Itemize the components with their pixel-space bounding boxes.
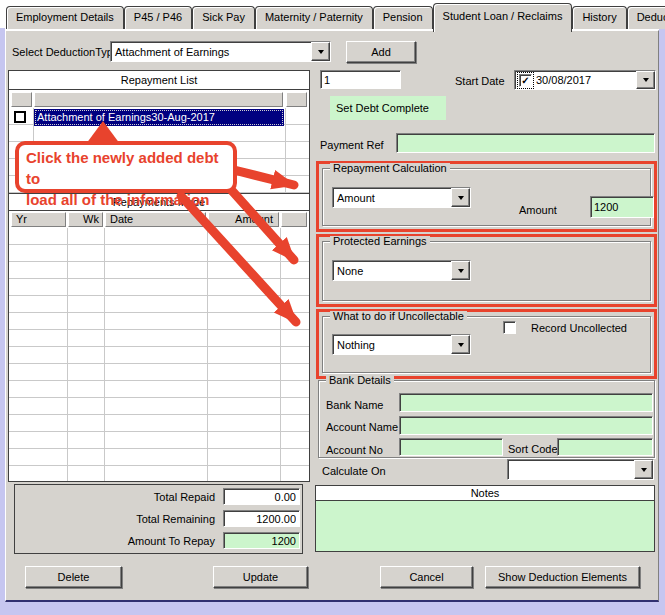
repayment-row-checkbox[interactable]: [14, 111, 26, 123]
tab-history[interactable]: History: [572, 6, 626, 29]
add-button[interactable]: Add: [346, 41, 416, 63]
select-deduction-type-label: Select DeductionType: [12, 46, 119, 58]
sort-code-field[interactable]: [557, 438, 653, 456]
start-date-value: 30/08/2017: [532, 74, 636, 86]
chevron-down-icon[interactable]: [451, 188, 470, 207]
repayment-list-panel: Repayment List Attachment of Earnings30-…: [8, 70, 310, 482]
list-header-extra-col: [286, 92, 307, 107]
tab-employment-details[interactable]: Employment Details: [6, 6, 124, 29]
account-name-label: Account Name: [326, 421, 398, 433]
grid-divider: [104, 228, 105, 481]
deduction-type-select[interactable]: Attachment of Earnings: [110, 41, 331, 62]
list-header-checkbox-col: [11, 92, 32, 107]
update-button[interactable]: Update: [213, 566, 308, 588]
repayment-method-select[interactable]: Amount: [332, 187, 471, 208]
deductions-window: Employment Details P45 / P46 Sick Pay Ma…: [0, 0, 665, 615]
bank-details-title: Bank Details: [326, 375, 394, 386]
debt-index-field[interactable]: [320, 70, 401, 89]
protected-earnings-value: None: [333, 265, 451, 277]
amount-label: Amount: [519, 204, 557, 216]
grid-divider: [285, 108, 286, 193]
protected-earnings-select[interactable]: None: [332, 260, 471, 281]
cancel-button[interactable]: Cancel: [380, 566, 473, 588]
col-header-yr[interactable]: Yr: [11, 212, 66, 227]
tab-pension[interactable]: Pension: [373, 6, 433, 29]
chevron-down-icon[interactable]: [636, 71, 655, 89]
uncollectable-highlight: What to do if Uncollectable Record Uncol…: [316, 309, 657, 379]
start-date-checkbox[interactable]: [519, 74, 532, 87]
uncollectable-select[interactable]: Nothing: [332, 334, 471, 355]
protected-earnings-title: Protected Earnings: [330, 236, 430, 247]
tab-maternity-paternity[interactable]: Maternity / Paternity: [255, 6, 373, 29]
tab-bar: Employment Details P45 / P46 Sick Pay Ma…: [6, 3, 665, 31]
total-remaining-field[interactable]: [223, 510, 300, 527]
show-deduction-elements-button[interactable]: Show Deduction Elements: [485, 566, 640, 588]
sort-code-label: Sort Code: [508, 443, 558, 455]
account-no-field[interactable]: [399, 438, 503, 456]
repayment-calculation-highlight: Repayment Calculation Amount Amount: [316, 161, 657, 232]
uncollectable-title: What to do if Uncollectable: [330, 311, 467, 322]
window-border-right: [659, 28, 665, 615]
record-uncollected-label: Record Uncollected: [531, 322, 627, 334]
amount-field[interactable]: [590, 196, 654, 218]
bank-name-label: Bank Name: [326, 399, 383, 411]
set-debt-complete-button[interactable]: Set Debt Complete: [330, 96, 446, 120]
account-name-field[interactable]: [399, 416, 653, 435]
repayment-list-selected-row[interactable]: Attachment of Earnings30-Aug-2017: [34, 109, 284, 126]
start-date-label: Start Date: [455, 75, 505, 87]
chevron-down-icon[interactable]: [311, 42, 330, 61]
amount-to-repay-field[interactable]: [223, 532, 300, 549]
total-repaid-field[interactable]: [223, 488, 300, 505]
repayment-calculation-title: Repayment Calculation: [330, 163, 450, 174]
amount-to-repay-label: Amount To Repay: [35, 535, 215, 547]
start-date-picker[interactable]: 30/08/2017: [514, 70, 656, 90]
grid-divider: [280, 228, 281, 481]
instruction-callout: Click the newly added debt to load all o…: [15, 141, 237, 193]
record-uncollected-checkbox[interactable]: [503, 321, 516, 334]
tab-student-loan-reclaims[interactable]: Student Loan / Reclaims: [433, 3, 573, 32]
deduction-type-value: Attachment of Earnings: [111, 46, 311, 58]
grid-divider: [207, 228, 208, 481]
notes-title: Notes: [315, 485, 655, 501]
tab-deductions[interactable]: Deductions: [627, 6, 665, 29]
uncollectable-value: Nothing: [333, 339, 451, 351]
calculate-on-label: Calculate On: [322, 465, 386, 477]
window-border-bottom: [0, 602, 665, 615]
calculate-on-select[interactable]: [507, 459, 654, 480]
grid-divider: [67, 228, 68, 481]
list-header-name-col: [34, 92, 283, 107]
total-repaid-label: Total Repaid: [35, 491, 215, 503]
delete-button[interactable]: Delete: [25, 566, 122, 588]
window-border-left: [0, 28, 5, 615]
repayments-made-grid: [9, 228, 309, 481]
chevron-down-icon[interactable]: [451, 335, 470, 354]
chevron-down-icon[interactable]: [634, 460, 653, 479]
col-header-amount[interactable]: Amount: [208, 212, 279, 227]
payment-ref-field[interactable]: [396, 133, 655, 153]
chevron-down-icon[interactable]: [451, 261, 470, 280]
col-header-extra: [281, 212, 307, 227]
repayment-list-title: Repayment List: [9, 71, 309, 90]
protected-earnings-highlight: Protected Earnings None: [316, 234, 657, 307]
totals-box: Total Repaid Total Remaining Amount To R…: [14, 484, 303, 554]
bank-name-field[interactable]: [399, 393, 653, 412]
total-remaining-label: Total Remaining: [35, 513, 215, 525]
tab-sick-pay[interactable]: Sick Pay: [192, 6, 255, 29]
col-header-date[interactable]: Date: [105, 212, 206, 227]
repayment-method-value: Amount: [333, 192, 451, 204]
tab-p45-p46[interactable]: P45 / P46: [124, 6, 192, 29]
account-no-label: Account No: [326, 444, 383, 456]
col-header-wk[interactable]: Wk: [68, 212, 103, 227]
payment-ref-label: Payment Ref: [320, 139, 384, 151]
notes-input[interactable]: [315, 501, 655, 552]
